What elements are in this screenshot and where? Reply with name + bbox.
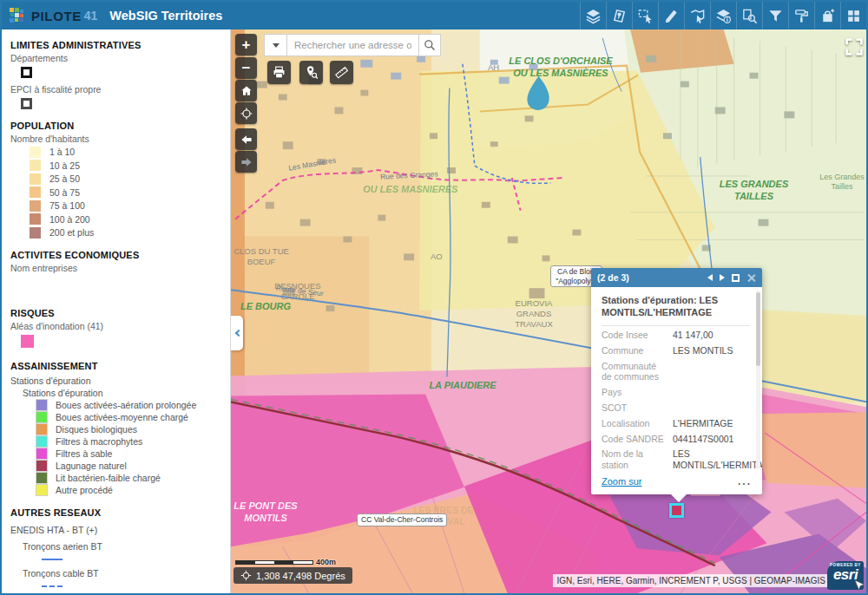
cursor-arrow-icon <box>854 579 865 592</box>
popup-next-button[interactable] <box>720 274 725 281</box>
legend-panel: LIMITES ADMINISTRATIVES Départements EPC… <box>2 29 231 593</box>
panel-collapse-button[interactable] <box>231 316 243 350</box>
legend-row: Filtres à sable <box>36 448 225 459</box>
search-input[interactable] <box>286 34 419 56</box>
chevron-left-icon <box>234 330 241 337</box>
risques-subheader: Aléas d'inondation (41) <box>10 321 225 331</box>
draw-button[interactable] <box>658 2 684 29</box>
zoom-out-button[interactable]: − <box>235 57 257 79</box>
layers-button[interactable] <box>580 2 606 29</box>
previous-extent-button[interactable] <box>235 128 257 150</box>
legend-row: 50 à 75 <box>30 186 225 198</box>
measure-button[interactable] <box>330 61 353 84</box>
map-view[interactable]: LE CLOS D'ORCHAISE OU LES MASNIÈRES AH L… <box>231 29 866 593</box>
map-canvas <box>231 29 866 593</box>
popup-maximize-button[interactable] <box>732 274 740 282</box>
field-row: CommuneLES MONTILS <box>602 343 750 358</box>
printer-icon <box>272 65 286 80</box>
line-swatch <box>42 585 62 587</box>
stations-group-label: Stations d'épuration <box>10 376 225 386</box>
legend-row: 25 à 50 <box>30 173 225 185</box>
search-submit-button[interactable] <box>418 34 441 56</box>
pin-search-icon <box>304 65 319 80</box>
ruler-icon <box>334 65 349 80</box>
popup-scrollbar[interactable] <box>756 291 760 468</box>
legend-row: Filtres à macrophytes <box>36 436 225 447</box>
select-features-button[interactable] <box>684 2 710 29</box>
enedis-group-label: ENEDIS HTA - BT (+) <box>10 525 225 535</box>
websig-app-window: PILOTE 41 WebSIG Territoires LIMITES ADM… <box>0 0 868 595</box>
more-options-button[interactable]: ... <box>738 480 752 484</box>
class-swatch <box>36 424 47 435</box>
brand-41: 41 <box>84 9 98 23</box>
legend-row: Tronçons cable BT <box>23 568 225 587</box>
class-swatch <box>36 485 47 495</box>
map-attribution: IGN, Esri, HERE, Garmin, INCREMENT P, US… <box>553 574 831 587</box>
popup-prev-button[interactable] <box>707 274 713 281</box>
home-icon <box>240 84 253 98</box>
basemap-icon <box>611 8 628 24</box>
section-population-header: POPULATION <box>10 121 225 131</box>
fullscreen-button[interactable] <box>844 36 865 57</box>
scale-bar <box>235 560 313 565</box>
search-source-dropdown[interactable] <box>264 34 287 56</box>
zoom-to-link[interactable]: Zoom sur <box>602 476 641 487</box>
class-swatch <box>30 213 41 225</box>
pilote41-logo-icon <box>9 7 26 24</box>
field-row: LocalisationL'HERMITAGE <box>602 415 750 431</box>
coordinates-text: 1,308 47,498 Degrés <box>256 571 345 581</box>
class-swatch <box>36 400 47 410</box>
layers-icon <box>585 8 602 24</box>
class-swatch <box>36 436 47 447</box>
zoom-in-button[interactable]: + <box>235 34 257 56</box>
epci-swatch <box>21 98 32 109</box>
forward-arrow-icon <box>240 155 253 169</box>
legend-row: Disques biologiques <box>36 424 225 435</box>
top-bar: PILOTE 41 WebSIG Territoires <box>2 2 866 29</box>
field-row: Code SANDRE0441147S0001 <box>602 431 750 447</box>
legend-row: Boues activées-aération prolongée <box>36 400 225 410</box>
theme-painter-button[interactable] <box>788 2 814 29</box>
paint-roller-icon <box>793 8 810 24</box>
filter-button[interactable] <box>762 2 788 29</box>
query-search-icon <box>741 8 758 24</box>
legend-row: 100 à 200 <box>30 213 225 225</box>
popup-title: Stations d'épuration: LES MONTILS/L'HERM… <box>602 294 750 326</box>
print-button[interactable] <box>267 61 291 84</box>
layer-list-button[interactable] <box>710 2 736 29</box>
section-activites-header: ACTIVITES ECONOMIQUES <box>10 250 225 260</box>
popup-close-button[interactable] <box>746 273 756 283</box>
popup-header[interactable]: (2 de 3) <box>591 268 762 287</box>
legend-row: 75 à 100 <box>30 200 225 212</box>
toolbar-icons <box>580 2 866 29</box>
locate-address-button[interactable] <box>299 61 323 84</box>
legend-row: Lit bactérien-faible chargé <box>36 473 225 483</box>
popup-pointer <box>671 494 687 510</box>
layer-epci-label: EPCI à fiscalité propre <box>10 84 225 95</box>
class-swatch <box>36 448 47 459</box>
legend-row: 200 et plus <box>30 227 225 239</box>
locate-button[interactable] <box>235 102 257 124</box>
add-data-button[interactable] <box>814 2 840 29</box>
class-swatch <box>30 173 41 185</box>
legend-row: 10 à 25 <box>30 160 225 171</box>
class-swatch <box>36 473 47 483</box>
select-button[interactable] <box>632 2 658 29</box>
apps-grid-button[interactable] <box>840 2 866 29</box>
class-swatch <box>30 227 41 239</box>
layer-departements-label: Départements <box>10 53 225 63</box>
basemap-gallery-button[interactable] <box>606 2 632 29</box>
section-assainissement-header: ASSAINISSEMENT <box>10 361 225 371</box>
bag-plus-icon <box>819 8 836 24</box>
pencil-icon <box>663 8 680 24</box>
scrollbar-thumb[interactable] <box>756 292 760 366</box>
line-swatch <box>42 559 62 560</box>
home-button[interactable] <box>235 80 257 101</box>
population-subheader: Nombre d'habitants <box>10 134 225 144</box>
esri-logo[interactable]: POWERED BY esri <box>827 561 864 590</box>
query-button[interactable] <box>736 2 762 29</box>
next-extent-button[interactable] <box>235 151 257 173</box>
legend-row: Lagunage naturel <box>36 461 225 471</box>
popup-footer: Zoom sur ... <box>591 474 762 494</box>
field-row: Code Insee41 147,00 <box>602 328 750 343</box>
